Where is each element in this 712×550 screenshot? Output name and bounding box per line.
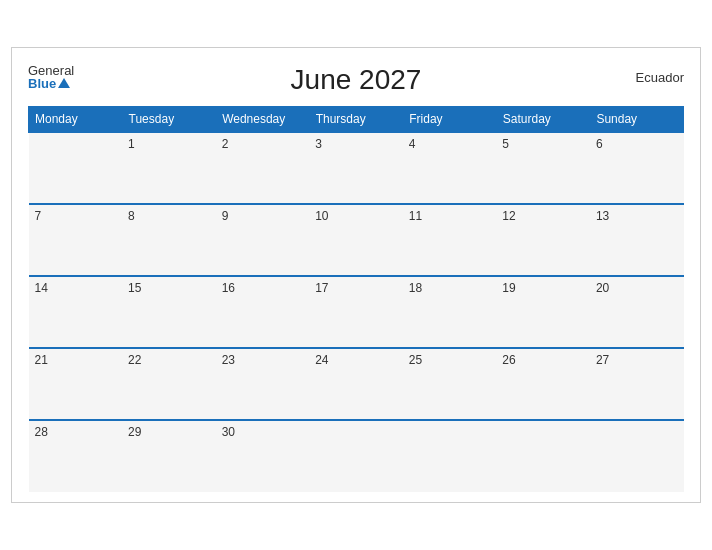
calendar-cell: 9 bbox=[216, 204, 310, 276]
day-number: 29 bbox=[128, 425, 141, 439]
calendar-cell: 16 bbox=[216, 276, 310, 348]
calendar-cell: 2 bbox=[216, 132, 310, 204]
calendar-cell: 24 bbox=[309, 348, 403, 420]
day-number: 19 bbox=[502, 281, 515, 295]
day-number: 8 bbox=[128, 209, 135, 223]
calendar-cell bbox=[403, 420, 497, 492]
day-number: 4 bbox=[409, 137, 416, 151]
calendar-cell: 13 bbox=[590, 204, 684, 276]
day-number: 3 bbox=[315, 137, 322, 151]
calendar-cell: 23 bbox=[216, 348, 310, 420]
day-number: 27 bbox=[596, 353, 609, 367]
calendar-header: General Blue June 2027 Ecuador bbox=[28, 64, 684, 96]
header-monday: Monday bbox=[29, 107, 123, 133]
day-number: 9 bbox=[222, 209, 229, 223]
day-number: 26 bbox=[502, 353, 515, 367]
day-number: 23 bbox=[222, 353, 235, 367]
day-number: 12 bbox=[502, 209, 515, 223]
calendar-cell: 4 bbox=[403, 132, 497, 204]
day-number: 6 bbox=[596, 137, 603, 151]
calendar-week-row-3: 14151617181920 bbox=[29, 276, 684, 348]
header-wednesday: Wednesday bbox=[216, 107, 310, 133]
day-number: 18 bbox=[409, 281, 422, 295]
calendar-cell bbox=[29, 132, 123, 204]
calendar-week-row-5: 282930 bbox=[29, 420, 684, 492]
calendar-cell: 7 bbox=[29, 204, 123, 276]
day-number: 11 bbox=[409, 209, 422, 223]
day-number: 24 bbox=[315, 353, 328, 367]
day-number: 14 bbox=[35, 281, 48, 295]
calendar-title: June 2027 bbox=[291, 64, 422, 96]
day-number: 1 bbox=[128, 137, 135, 151]
day-number: 16 bbox=[222, 281, 235, 295]
day-number: 2 bbox=[222, 137, 229, 151]
calendar-container: General Blue June 2027 Ecuador Monday Tu… bbox=[11, 47, 701, 503]
day-number: 15 bbox=[128, 281, 141, 295]
day-number: 30 bbox=[222, 425, 235, 439]
country-label: Ecuador bbox=[636, 70, 684, 85]
day-number: 13 bbox=[596, 209, 609, 223]
day-number: 17 bbox=[315, 281, 328, 295]
weekday-header-row: Monday Tuesday Wednesday Thursday Friday… bbox=[29, 107, 684, 133]
day-number: 7 bbox=[35, 209, 42, 223]
day-number: 5 bbox=[502, 137, 509, 151]
calendar-cell: 20 bbox=[590, 276, 684, 348]
calendar-cell: 17 bbox=[309, 276, 403, 348]
calendar-cell: 25 bbox=[403, 348, 497, 420]
calendar-cell: 11 bbox=[403, 204, 497, 276]
calendar-cell: 18 bbox=[403, 276, 497, 348]
calendar-cell: 3 bbox=[309, 132, 403, 204]
calendar-cell: 8 bbox=[122, 204, 216, 276]
logo-triangle-icon bbox=[58, 78, 70, 88]
day-number: 20 bbox=[596, 281, 609, 295]
calendar-week-row-2: 78910111213 bbox=[29, 204, 684, 276]
calendar-cell: 14 bbox=[29, 276, 123, 348]
calendar-cell: 19 bbox=[496, 276, 590, 348]
calendar-cell: 6 bbox=[590, 132, 684, 204]
day-number: 28 bbox=[35, 425, 48, 439]
calendar-cell: 26 bbox=[496, 348, 590, 420]
day-number: 10 bbox=[315, 209, 328, 223]
calendar-cell: 12 bbox=[496, 204, 590, 276]
day-number: 25 bbox=[409, 353, 422, 367]
header-tuesday: Tuesday bbox=[122, 107, 216, 133]
logo: General Blue bbox=[28, 64, 74, 90]
day-number: 21 bbox=[35, 353, 48, 367]
calendar-cell: 22 bbox=[122, 348, 216, 420]
calendar-cell: 29 bbox=[122, 420, 216, 492]
calendar-cell bbox=[496, 420, 590, 492]
calendar-cell: 5 bbox=[496, 132, 590, 204]
calendar-week-row-4: 21222324252627 bbox=[29, 348, 684, 420]
header-thursday: Thursday bbox=[309, 107, 403, 133]
header-saturday: Saturday bbox=[496, 107, 590, 133]
header-friday: Friday bbox=[403, 107, 497, 133]
calendar-cell bbox=[590, 420, 684, 492]
calendar-cell: 28 bbox=[29, 420, 123, 492]
calendar-cell: 10 bbox=[309, 204, 403, 276]
calendar-grid: Monday Tuesday Wednesday Thursday Friday… bbox=[28, 106, 684, 492]
calendar-cell: 21 bbox=[29, 348, 123, 420]
day-number: 22 bbox=[128, 353, 141, 367]
calendar-cell: 27 bbox=[590, 348, 684, 420]
calendar-cell: 30 bbox=[216, 420, 310, 492]
logo-blue-text: Blue bbox=[28, 77, 74, 90]
calendar-cell: 1 bbox=[122, 132, 216, 204]
calendar-cell: 15 bbox=[122, 276, 216, 348]
calendar-week-row-1: 123456 bbox=[29, 132, 684, 204]
header-sunday: Sunday bbox=[590, 107, 684, 133]
calendar-cell bbox=[309, 420, 403, 492]
